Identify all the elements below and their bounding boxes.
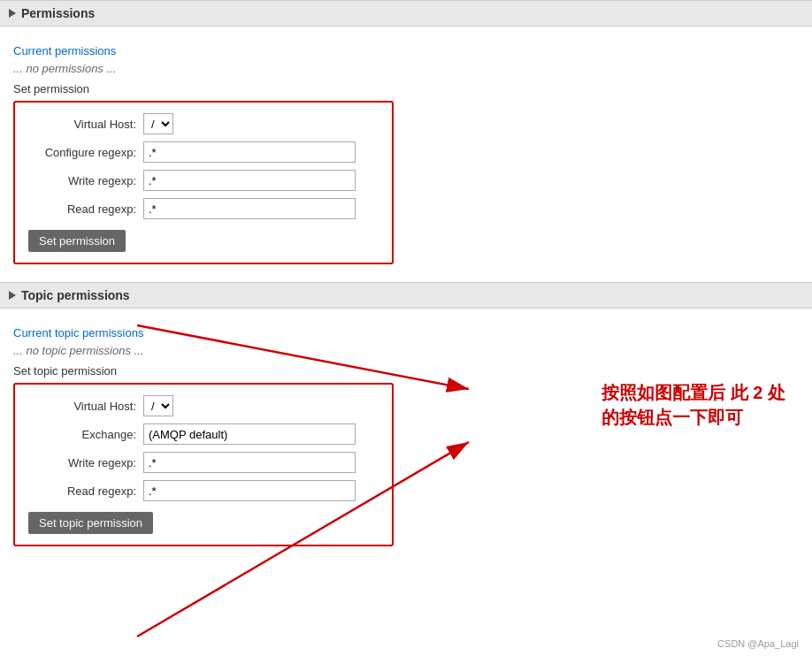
annotation-line2: 的按钮点一下即可 <box>601 405 785 430</box>
topic-virtual-host-label: Virtual Host: <box>28 400 143 413</box>
permissions-title: Permissions <box>21 6 95 20</box>
topic-permissions-section-body: Current topic permissions ... no topic p… <box>0 309 812 564</box>
set-permission-box: Virtual Host: / Configure regexp: Write … <box>13 101 394 264</box>
annotation-line1: 按照如图配置后 此 2 处 <box>601 380 785 405</box>
current-topic-permissions-link[interactable]: Current topic permissions <box>13 326 799 339</box>
annotation-box: 按照如图配置后 此 2 处 的按钮点一下即可 <box>601 380 785 430</box>
topic-virtual-host-row: Virtual Host: / <box>28 395 379 416</box>
set-topic-permission-box: Virtual Host: / Exchange: Write regexp: … <box>13 383 394 546</box>
permissions-section-body: Current permissions ... no permissions .… <box>0 27 812 282</box>
virtual-host-label: Virtual Host: <box>28 118 143 131</box>
set-permission-label: Set permission <box>13 82 799 95</box>
read-regexp-row: Read regexp: <box>28 198 379 219</box>
write-regexp-label: Write regexp: <box>28 174 143 187</box>
no-topic-permissions-text: ... no topic permissions ... <box>13 344 799 357</box>
watermark: CSDN @Apa_Lagi <box>717 638 799 649</box>
current-permissions-link[interactable]: Current permissions <box>13 44 799 57</box>
topic-triangle-icon <box>9 291 16 300</box>
set-permission-button[interactable]: Set permission <box>28 230 126 252</box>
topic-read-regexp-row: Read regexp: <box>28 480 379 501</box>
read-regexp-input[interactable] <box>143 198 356 219</box>
virtual-host-row: Virtual Host: / <box>28 113 379 134</box>
topic-write-regexp-row: Write regexp: <box>28 452 379 473</box>
topic-write-regexp-label: Write regexp: <box>28 456 143 469</box>
topic-virtual-host-select[interactable]: / <box>143 395 173 416</box>
exchange-label: Exchange: <box>28 428 143 441</box>
virtual-host-select[interactable]: / <box>143 113 173 134</box>
set-topic-permission-label: Set topic permission <box>13 364 799 378</box>
set-topic-permission-button[interactable]: Set topic permission <box>28 512 153 534</box>
configure-regexp-row: Configure regexp: <box>28 141 379 163</box>
topic-permissions-title: Topic permissions <box>21 288 130 302</box>
configure-regexp-label: Configure regexp: <box>28 146 143 159</box>
triangle-icon <box>9 9 16 18</box>
write-regexp-input[interactable] <box>143 170 356 191</box>
topic-read-regexp-input[interactable] <box>143 480 356 501</box>
read-regexp-label: Read regexp: <box>28 202 143 216</box>
topic-read-regexp-label: Read regexp: <box>28 484 143 498</box>
exchange-row: Exchange: <box>28 423 379 445</box>
configure-regexp-input[interactable] <box>143 141 356 163</box>
topic-write-regexp-input[interactable] <box>143 452 356 473</box>
write-regexp-row: Write regexp: <box>28 170 379 191</box>
no-permissions-text: ... no permissions ... <box>13 62 799 75</box>
exchange-input[interactable] <box>143 423 356 445</box>
permissions-section-header: Permissions <box>0 0 812 27</box>
topic-permissions-section-header: Topic permissions <box>0 282 812 309</box>
